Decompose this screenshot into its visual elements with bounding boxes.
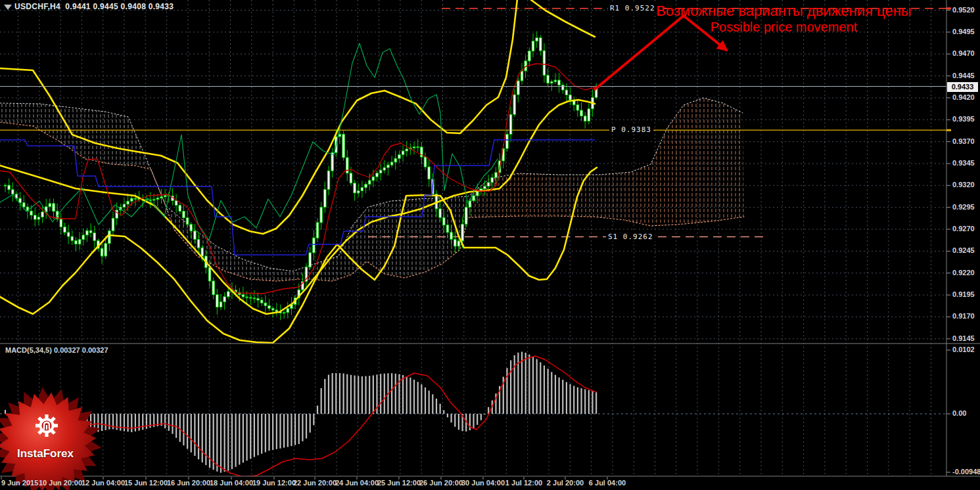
price-axis-label: 0.9320 [952,181,975,189]
current-price-tag: 0.9433 [947,82,978,92]
price-axis-label: 0.9445 [952,72,975,79]
price-axis[interactable] [1,7,951,479]
symbol-dropdown-icon[interactable] [4,5,12,10]
price-axis-label: -0.00948 [952,468,980,476]
price-axis-label: 0.0102 [952,345,975,353]
price-axis-label: 0.9220 [952,269,975,277]
price-axis-label: 0.9470 [952,49,975,57]
price-axis-label: 0.9195 [952,290,975,298]
price-axis-label: 0.9370 [952,137,975,145]
ichimoku-cloud [0,98,744,281]
price-axis-label: 0.9295 [952,203,975,211]
instaforex-logo [0,387,102,490]
mt4-chart-window: USDCHF,H4 0.9441 0.9445 0.9408 0.9433 R1… [0,0,980,490]
time-axis-label: 6 Jul 04:00 [582,479,632,487]
price-axis-label: 0.9270 [952,225,975,233]
price-axis-label: 0.00 [952,409,966,417]
time-axis-label: 9 Jun 2015 [1,479,38,487]
macd-panel [0,352,946,477]
price-axis-label: 0.9245 [952,246,975,254]
price-axis-label: 0.9145 [952,334,975,342]
forecast-arrow [595,16,726,89]
price-axis-label: 0.9420 [952,93,975,101]
price-axis-label: 0.9495 [952,28,975,35]
price-axis-label: 0.9395 [952,115,975,123]
grid [0,0,946,476]
price-axis-label: 0.9345 [952,159,975,167]
price-axis-label: 0.9170 [952,312,975,320]
chart-canvas[interactable] [0,0,980,490]
panel-frame [0,0,980,476]
price-axis-label: 0.9520 [952,6,975,14]
